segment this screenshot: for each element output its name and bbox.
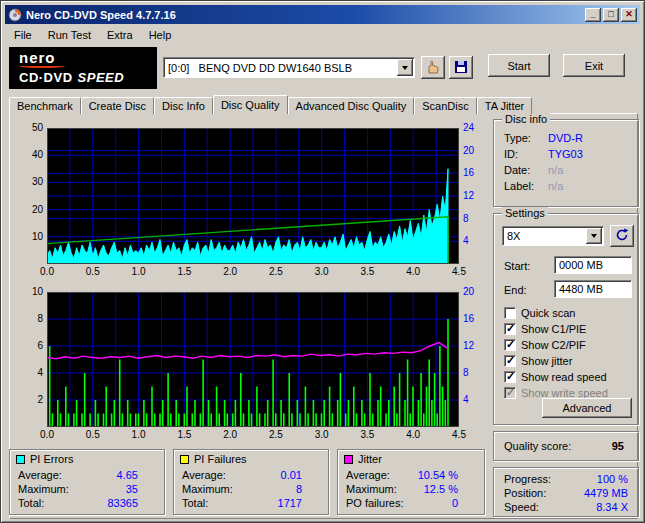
axis-tick-label: 3.5 — [356, 429, 378, 441]
pi-errors-swatch — [16, 455, 25, 464]
position-value: 4479 MB — [584, 487, 628, 499]
refresh-icon — [615, 228, 629, 242]
checkbox-icon[interactable] — [504, 355, 516, 367]
axis-tick-label: 40 — [17, 149, 43, 161]
checkbox-label: Show C2/PIF — [521, 339, 586, 351]
axis-tick-label: 6 — [17, 340, 43, 352]
stat-row: Total:1717 — [182, 497, 320, 510]
checkbox-icon[interactable] — [504, 371, 516, 383]
checkbox-icon[interactable] — [504, 387, 516, 399]
speed-row: Speed:8.34 X — [504, 501, 628, 514]
axis-tick-label: 2.5 — [265, 266, 287, 278]
axis-tick-label: 0.5 — [82, 429, 104, 441]
scan-speed-select[interactable]: 8X — [502, 226, 604, 246]
chevron-down-icon[interactable] — [586, 228, 602, 244]
jitter-title: Jitter — [358, 453, 382, 465]
stat-row: Average:4.65 — [18, 469, 156, 482]
disc-info-row-type: Type:DVD-R — [504, 132, 632, 145]
checkbox-label: Show C1/PIE — [521, 323, 586, 335]
pi-failures-title: PI Failures — [194, 453, 247, 465]
refresh-button[interactable] — [610, 225, 634, 247]
stat-row: Maximum:12.5 % — [346, 483, 476, 496]
checkbox-show-read-speed[interactable]: Show read speed — [504, 370, 607, 384]
tab-disc-quality[interactable]: Disc Quality — [213, 95, 288, 114]
stat-row: Average:0.01 — [182, 469, 320, 482]
end-position-field[interactable]: 4480 MB — [554, 280, 632, 298]
checkbox-show-c2-pif[interactable]: Show C2/PIF — [504, 338, 586, 352]
tab-disc-info[interactable]: Disc Info — [154, 97, 213, 114]
tab-ta-jitter[interactable]: TA Jitter — [477, 97, 533, 114]
axis-tick-label: 10 — [17, 231, 43, 243]
disc-info-group: Disc info Type:DVD-R ID:TYG03 Date:n/a L… — [493, 119, 639, 207]
axis-tick-label: 50 — [17, 122, 43, 134]
pi-errors-title: PI Errors — [30, 453, 73, 465]
axis-tick-label: 12 — [463, 190, 485, 202]
tab-advanced-disc-quality[interactable]: Advanced Disc Quality — [288, 97, 415, 114]
tab-scandisc[interactable]: ScanDisc — [414, 97, 476, 114]
axis-tick-label: 4 — [463, 235, 485, 247]
axis-tick-label: 4.0 — [402, 429, 424, 441]
tab-create-disc[interactable]: Create Disc — [81, 97, 154, 114]
start-position-field[interactable]: 0000 MB — [554, 256, 632, 274]
axis-tick-label: 1.0 — [128, 266, 150, 278]
axis-tick-label: 16 — [463, 167, 485, 179]
axis-tick-label: 20 — [463, 286, 485, 298]
quality-score-box: Quality score: 95 — [493, 431, 639, 461]
arrow-down-icon — [591, 234, 597, 238]
stat-row: Maximum:8 — [182, 483, 320, 496]
checkbox-icon[interactable] — [504, 339, 516, 351]
axis-tick-label: 0.0 — [36, 429, 58, 441]
axis-tick-label: 1.5 — [173, 429, 195, 441]
app-window: Nero CD-DVD Speed 4.7.7.16 _ □ ✕ File Ru… — [0, 0, 645, 523]
axis-tick-label: 4 — [463, 394, 485, 406]
axis-tick-label: 8 — [463, 367, 485, 379]
axis-tick-label: 3.0 — [311, 266, 333, 278]
disc-info-title: Disc info — [502, 113, 550, 125]
start-position-label: Start: — [504, 260, 530, 273]
advanced-button[interactable]: Advanced — [542, 398, 632, 418]
pi-failures-swatch — [180, 455, 189, 464]
checkbox-icon[interactable] — [504, 323, 516, 335]
progress-box: Progress:100 % Position:4479 MB Speed:8.… — [493, 467, 639, 517]
checkbox-show-c1-pie[interactable]: Show C1/PIE — [504, 322, 586, 336]
axis-tick-label: 4.0 — [402, 266, 424, 278]
axis-tick-label: 1.0 — [128, 429, 150, 441]
axis-tick-label: 2 — [17, 394, 43, 406]
stat-row: Maximum:35 — [18, 483, 156, 496]
pi-errors-chart — [47, 128, 459, 264]
axis-tick-label: 2.5 — [265, 429, 287, 441]
checkbox-show-jitter[interactable]: Show jitter — [504, 354, 572, 368]
axis-tick-label: 0.5 — [82, 266, 104, 278]
checkbox-label: Quick scan — [521, 307, 575, 319]
checkbox-icon[interactable] — [504, 307, 516, 319]
checkbox-quick-scan[interactable]: Quick scan — [504, 306, 575, 320]
axis-tick-label: 10 — [17, 286, 43, 298]
axis-tick-label: 2.0 — [219, 266, 241, 278]
axis-tick-label: 12 — [463, 340, 485, 352]
axis-tick-label: 4 — [17, 367, 43, 379]
speed-value: 8.34 X — [596, 501, 628, 513]
axis-tick-label: 20 — [17, 204, 43, 216]
pi-errors-panel: PI Errors Average:4.65 Maximum:35 Total:… — [9, 449, 165, 515]
progress-row: Progress:100 % — [504, 473, 628, 486]
stat-row: PO failures:0 — [346, 497, 476, 510]
tab-benchmark[interactable]: Benchmark — [9, 97, 81, 114]
checkbox-label: Show read speed — [521, 371, 607, 383]
axis-tick-label: 16 — [463, 313, 485, 325]
axis-tick-label: 24 — [463, 122, 485, 134]
axis-tick-label: 3.5 — [356, 266, 378, 278]
axis-tick-label: 20 — [463, 145, 485, 157]
position-row: Position:4479 MB — [504, 487, 628, 500]
tab-strip: Benchmark Create Disc Disc Info Disc Qua… — [9, 95, 532, 114]
axis-tick-label: 4.5 — [448, 429, 470, 441]
quality-score-label: Quality score: — [504, 440, 571, 452]
jitter-swatch — [344, 455, 353, 464]
pi-failures-panel: PI Failures Average:0.01 Maximum:8 Total… — [173, 449, 329, 515]
axis-tick-label: 3.0 — [311, 429, 333, 441]
axis-tick-label: 0.0 — [36, 266, 58, 278]
progress-value: 100 % — [597, 473, 628, 485]
settings-title: Settings — [502, 207, 548, 219]
settings-group: Settings 8X Start: 0000 MB End: 4480 MB … — [493, 213, 639, 425]
disc-info-row-label: Label:n/a — [504, 180, 632, 193]
axis-tick-label: 30 — [17, 176, 43, 188]
